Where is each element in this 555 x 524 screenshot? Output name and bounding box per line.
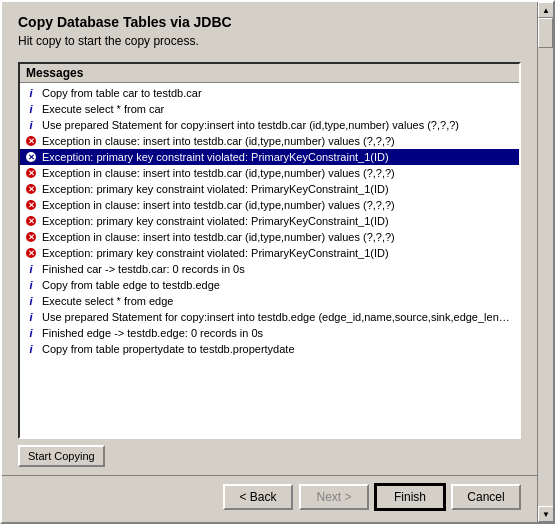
svg-text:✕: ✕	[28, 201, 35, 210]
message-text: Finished edge -> testdb.edge: 0 records …	[42, 327, 263, 339]
message-item[interactable]: iFinished edge -> testdb.edge: 0 records…	[20, 325, 519, 341]
message-item[interactable]: iCopy from table propertydate to testdb.…	[20, 341, 519, 357]
error-icon: ✕	[24, 246, 38, 260]
message-item[interactable]: ✕Exception in clause: insert into testdb…	[20, 229, 519, 245]
message-text: Copy from table car to testdb.car	[42, 87, 202, 99]
main-window: ▲ ▼ Copy Database Tables via JDBC Hit co…	[0, 0, 555, 524]
message-text: Exception in clause: insert into testdb.…	[42, 167, 395, 179]
message-item[interactable]: ✕Exception: primary key constraint viola…	[20, 149, 519, 165]
message-item[interactable]: ✕Exception in clause: insert into testdb…	[20, 133, 519, 149]
message-text: Finished car -> testdb.car: 0 records in…	[42, 263, 245, 275]
info-icon: i	[24, 310, 38, 324]
message-item[interactable]: iCopy from table edge to testdb.edge	[20, 277, 519, 293]
svg-text:✕: ✕	[28, 233, 35, 242]
message-text: Copy from table propertydate to testdb.p…	[42, 343, 295, 355]
message-text: Exception in clause: insert into testdb.…	[42, 199, 395, 211]
message-item[interactable]: iExecute select * from car	[20, 101, 519, 117]
svg-text:✕: ✕	[28, 137, 35, 146]
svg-text:✕: ✕	[28, 169, 35, 178]
svg-text:✕: ✕	[28, 249, 35, 258]
message-text: Execute select * from car	[42, 103, 164, 115]
messages-header: Messages	[20, 64, 519, 83]
svg-text:✕: ✕	[28, 153, 35, 162]
message-text: Execute select * from edge	[42, 295, 173, 307]
message-item[interactable]: ✕Exception: primary key constraint viola…	[20, 245, 519, 261]
info-icon: i	[24, 118, 38, 132]
message-text: Exception: primary key constraint violat…	[42, 215, 389, 227]
message-item[interactable]: ✕Exception: primary key constraint viola…	[20, 181, 519, 197]
message-text: Exception in clause: insert into testdb.…	[42, 231, 395, 243]
window-header: Copy Database Tables via JDBC Hit copy t…	[2, 2, 537, 62]
start-copying-button[interactable]: Start Copying	[18, 445, 105, 467]
message-item[interactable]: iUse prepared Statement for copy:insert …	[20, 117, 519, 133]
messages-scroll-area: iCopy from table car to testdb.cariExecu…	[20, 83, 519, 437]
messages-label: Messages	[26, 66, 83, 80]
footer: < Back Next > Finish Cancel	[2, 475, 537, 522]
messages-panel: Messages iCopy from table car to testdb.…	[18, 62, 521, 439]
svg-text:✕: ✕	[28, 217, 35, 226]
message-text: Exception: primary key constraint violat…	[42, 247, 389, 259]
error-icon: ✕	[24, 166, 38, 180]
message-text: Use prepared Statement for copy:insert i…	[42, 311, 515, 323]
cancel-button[interactable]: Cancel	[451, 484, 521, 510]
back-button[interactable]: < Back	[223, 484, 293, 510]
outer-scrollbar: ▲ ▼	[537, 2, 553, 522]
message-text: Use prepared Statement for copy:insert i…	[42, 119, 459, 131]
message-item[interactable]: iExecute select * from edge	[20, 293, 519, 309]
info-icon: i	[24, 262, 38, 276]
scroll-up-btn[interactable]: ▲	[538, 2, 553, 18]
message-item[interactable]: ✕Exception: primary key constraint viola…	[20, 213, 519, 229]
scroll-thumb[interactable]	[538, 18, 553, 48]
info-icon: i	[24, 278, 38, 292]
svg-text:✕: ✕	[28, 185, 35, 194]
error-icon: ✕	[24, 182, 38, 196]
messages-list[interactable]: iCopy from table car to testdb.cariExecu…	[20, 83, 519, 437]
message-text: Copy from table edge to testdb.edge	[42, 279, 220, 291]
error-icon: ✕	[24, 150, 38, 164]
scroll-track	[538, 18, 553, 506]
info-icon: i	[24, 294, 38, 308]
info-icon: i	[24, 102, 38, 116]
window-subtitle: Hit copy to start the copy process.	[18, 34, 521, 48]
error-icon: ✕	[24, 198, 38, 212]
message-text: Exception: primary key constraint violat…	[42, 183, 389, 195]
info-icon: i	[24, 342, 38, 356]
message-item[interactable]: iUse prepared Statement for copy:insert …	[20, 309, 519, 325]
main-content: Messages iCopy from table car to testdb.…	[2, 62, 537, 471]
message-text: Exception: primary key constraint violat…	[42, 151, 389, 163]
finish-button[interactable]: Finish	[375, 484, 445, 510]
error-icon: ✕	[24, 214, 38, 228]
message-item[interactable]: ✕Exception in clause: insert into testdb…	[20, 197, 519, 213]
scroll-down-btn[interactable]: ▼	[538, 506, 553, 522]
button-row-top: Start Copying	[18, 439, 521, 471]
error-icon: ✕	[24, 134, 38, 148]
error-icon: ✕	[24, 230, 38, 244]
message-item[interactable]: iCopy from table car to testdb.car	[20, 85, 519, 101]
info-icon: i	[24, 326, 38, 340]
message-text: Exception in clause: insert into testdb.…	[42, 135, 395, 147]
message-item[interactable]: iFinished car -> testdb.car: 0 records i…	[20, 261, 519, 277]
info-icon: i	[24, 86, 38, 100]
window-title: Copy Database Tables via JDBC	[18, 14, 521, 30]
next-button[interactable]: Next >	[299, 484, 369, 510]
message-item[interactable]: ✕Exception in clause: insert into testdb…	[20, 165, 519, 181]
